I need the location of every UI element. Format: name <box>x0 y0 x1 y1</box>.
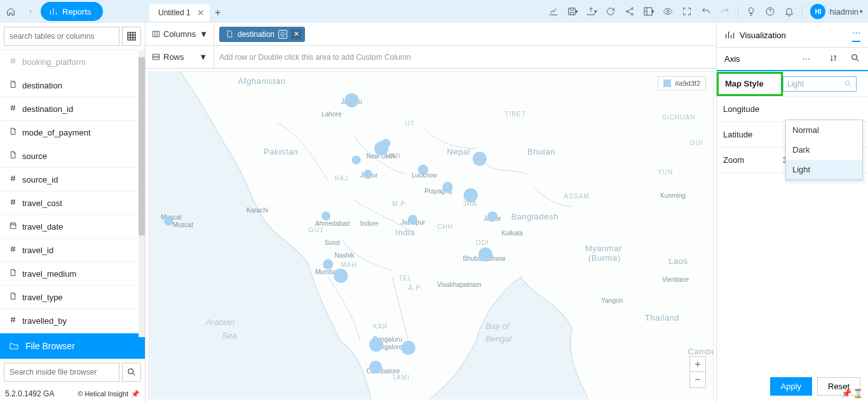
field-item-travel_date[interactable]: travel_date <box>0 215 145 239</box>
svg-point-81 <box>464 188 478 202</box>
fullscreen-button[interactable] <box>678 3 696 20</box>
viz-icon <box>724 30 735 40</box>
notifications-button[interactable] <box>780 3 798 20</box>
option-light[interactable]: Light <box>786 160 862 179</box>
latitude-label: Latitude <box>717 130 783 139</box>
svg-point-76 <box>352 155 361 164</box>
sort-button[interactable] <box>829 54 837 64</box>
axis-search-button[interactable] <box>850 53 860 65</box>
geo-icon <box>278 30 287 39</box>
panel-pins: 📌 ⌛ <box>841 389 863 398</box>
table-view-button[interactable] <box>122 27 141 46</box>
doc-icon <box>226 30 234 38</box>
zoom-in-button[interactable]: + <box>690 357 705 372</box>
map-style-input[interactable]: Light <box>783 76 857 92</box>
axis-menu-button[interactable]: ⋯ <box>802 54 810 64</box>
svg-text:Indore: Indore <box>360 220 379 227</box>
svg-rect-0 <box>569 8 576 15</box>
column-pill-destination[interactable]: destination ✕ <box>219 27 305 42</box>
hint-button[interactable] <box>742 3 760 20</box>
option-dark[interactable]: Dark <box>786 140 862 160</box>
file-browser-header[interactable]: File Browser <box>0 333 145 359</box>
map-svg: Arabian Sea Bay of Bengal Afghanistan Pa… <box>148 71 714 399</box>
apply-button[interactable]: Apply <box>770 377 813 396</box>
undo-icon <box>701 6 711 17</box>
version-bar: 5.2.0.1492 GA © Helical Insight 📌 <box>0 385 145 402</box>
svg-text:ODI: ODI <box>476 239 489 246</box>
help-button[interactable] <box>761 3 779 20</box>
redo-icon <box>720 6 730 17</box>
pin-icon[interactable]: 📌 <box>841 389 851 398</box>
columns-shelf-content[interactable]: destination ✕ <box>214 23 716 45</box>
scrollbar[interactable] <box>139 51 145 337</box>
field-label: travel_id <box>22 246 53 255</box>
file-search-input[interactable] <box>4 363 119 382</box>
svg-text:ASSAM: ASSAM <box>564 193 589 200</box>
field-label: source <box>22 151 47 161</box>
field-label: travel_cost <box>22 198 62 208</box>
viz-header: Visualization ⋯ <box>717 23 868 48</box>
svg-text:CHH: CHH <box>437 223 453 230</box>
field-item-source_id[interactable]: source_id <box>0 168 145 191</box>
share-button[interactable] <box>621 3 639 20</box>
zoom-out-button[interactable]: − <box>690 372 705 387</box>
pin-icon[interactable]: 📌 <box>131 390 140 398</box>
svg-point-82 <box>322 211 330 220</box>
doc-icon <box>9 80 17 90</box>
redo-button[interactable] <box>716 3 734 20</box>
svg-point-5 <box>667 10 669 13</box>
file-search-button[interactable] <box>122 363 141 382</box>
search-input[interactable] <box>4 27 119 46</box>
field-item-destination_id[interactable]: destination_id <box>0 97 145 121</box>
save-button[interactable]: ▾ <box>564 3 581 20</box>
rows-shelf-content[interactable]: Add row or Double click this area to add… <box>214 46 716 68</box>
undo-button[interactable] <box>697 3 715 20</box>
document-tabs: Untitled 1 ✕ + <box>149 4 226 22</box>
avatar[interactable]: HI <box>810 4 825 19</box>
tab-close-button[interactable]: ✕ <box>197 8 205 18</box>
svg-text:Yangon: Yangon <box>601 297 623 304</box>
file-search-row <box>0 359 145 385</box>
field-item-travel_cost[interactable]: travel_cost <box>0 191 145 215</box>
layout-button[interactable]: ▾ <box>640 3 658 20</box>
preview-button[interactable] <box>659 3 677 20</box>
field-item-travel_type[interactable]: travel_type <box>0 286 145 309</box>
reports-breadcrumb[interactable]: Reports <box>41 2 103 21</box>
grid-icon <box>126 31 137 41</box>
svg-text:GUI: GUI <box>690 139 703 146</box>
home-button[interactable] <box>0 1 22 22</box>
tab-untitled[interactable]: Untitled 1 ✕ <box>149 4 210 22</box>
field-item-source[interactable]: source <box>0 144 145 168</box>
field-item-travelled_by[interactable]: travelled_by <box>0 309 145 333</box>
viz-menu-button[interactable]: ⋯ <box>852 28 860 42</box>
field-item-mode_of_payment[interactable]: mode_of_payment <box>0 121 145 144</box>
svg-text:Pakistan: Pakistan <box>264 147 298 156</box>
svg-text:M.P.: M.P. <box>392 200 407 207</box>
doc-icon <box>9 292 17 302</box>
export-button[interactable]: ▾ <box>583 3 600 20</box>
columns-shelf-label[interactable]: Columns ▼ <box>146 23 214 45</box>
breadcrumb-separator <box>22 1 39 22</box>
refresh-button[interactable] <box>602 3 620 20</box>
chart-button[interactable] <box>545 3 562 20</box>
remove-pill-button[interactable]: ✕ <box>291 29 301 39</box>
pin2-icon[interactable]: ⌛ <box>853 389 863 398</box>
svg-point-93 <box>852 55 857 60</box>
svg-point-86 <box>334 268 348 282</box>
legend-swatch <box>663 80 671 87</box>
field-item-destination[interactable]: destination <box>0 74 145 97</box>
field-item-travel_medium[interactable]: travel_medium <box>0 262 145 286</box>
longitude-label: Longitude <box>717 104 783 114</box>
svg-text:Arabian: Arabian <box>205 317 234 327</box>
username-dropdown[interactable]: hiadmin▾ <box>829 7 863 17</box>
field-item-travel_id[interactable]: travel_id <box>0 239 145 262</box>
hash-icon <box>9 174 17 184</box>
map-visualization[interactable]: Arabian Sea Bay of Bengal Afghanistan Pa… <box>148 71 714 399</box>
add-tab-button[interactable]: + <box>210 7 226 18</box>
zoom-controls: + − <box>689 356 706 388</box>
prop-map-style: Map Style Light <box>717 71 868 97</box>
rows-shelf-label[interactable]: Rows ▼ <box>146 46 214 68</box>
option-normal[interactable]: Normal <box>786 120 862 140</box>
hash-icon <box>9 198 17 208</box>
field-item-booking_platform[interactable]: booking_platform <box>0 50 145 74</box>
